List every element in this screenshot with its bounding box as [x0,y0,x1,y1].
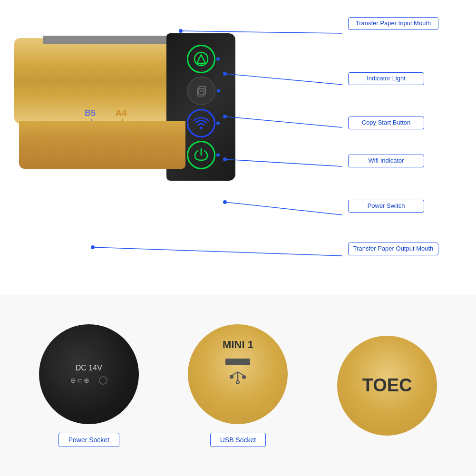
power-switch-button[interactable] [187,141,215,169]
indicator-dot-3 [216,121,220,125]
power-socket-circle: DC 14V ⊖⊂⊕ [39,324,139,424]
mini1-label: MINI 1 [223,339,253,351]
svg-rect-24 [230,375,233,379]
usb-socket-label: USB Socket [210,433,266,447]
usb-symbol-icon [226,371,250,385]
usb-socket-circle: MINI 1 [188,324,288,424]
svg-point-25 [242,375,246,379]
usb-inner: MINI 1 [223,339,253,387]
power-socket-inner: DC 14V ⊖⊂⊕ [70,364,107,385]
power-socket-label: Power Socket [58,433,119,447]
label-transfer-input: Transfer Paper Input Mouth [348,17,438,30]
indicator-dot-4 [216,154,220,157]
svg-line-12 [225,159,342,166]
brand-circle: TOEC [337,336,437,436]
svg-point-20 [91,245,95,249]
indicator-dot-2 [217,89,220,93]
a4-label: A4 [116,108,126,118]
power-socket-item: DC 14V ⊖⊂⊕ Power Socket [39,324,139,447]
dc-voltage-label: DC 14V [70,364,107,372]
power-icon [193,147,209,163]
indicator-icon [193,51,209,67]
svg-line-14 [93,247,342,256]
b5-label: B5 [85,108,96,118]
paper-input-slot [43,36,185,44]
copy-start-button[interactable] [187,77,215,105]
svg-line-13 [225,202,342,215]
label-power-switch: Power Switch [348,200,424,213]
main-diagram: B5 A4 [0,0,476,290]
socket-hole [99,376,107,385]
bottom-section: DC 14V ⊖⊂⊕ Power Socket MINI 1 [0,295,476,476]
wifi-indicator-button[interactable] [187,109,215,137]
label-transfer-output: Transfer Paper Output Mouth [348,243,438,255]
label-copy-start: Copy Start Button [348,117,424,129]
svg-point-27 [236,381,239,384]
wifi-icon [193,115,210,132]
usb-port [225,359,250,365]
svg-point-19 [223,200,227,204]
svg-line-23 [238,372,244,376]
svg-point-7 [200,126,202,129]
label-wifi-indicator: Wifi Indicator [348,155,424,167]
brand-label: TOEC [362,375,412,396]
usb-icon-container [223,371,253,387]
copy-icon [193,83,209,99]
label-indicator-light: Indicator Light [348,72,424,85]
brand-item: TOEC [337,336,437,436]
device-body: B5 A4 [14,29,262,133]
device-lower-body [19,121,185,169]
indicator-light-button[interactable] [187,45,215,73]
socket-symbols: ⊖⊂⊕ [70,377,90,384]
usb-socket-item: MINI 1 [188,324,288,447]
indicator-dot-1 [216,57,220,60]
svg-line-22 [232,372,238,376]
svg-marker-1 [197,55,205,63]
usb-symbol-container [223,359,253,387]
